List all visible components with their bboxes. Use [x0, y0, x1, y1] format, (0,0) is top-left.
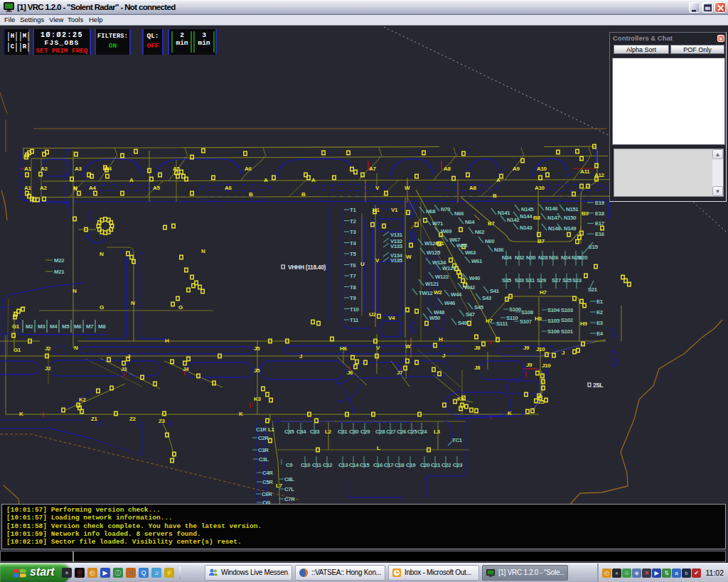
svg-text:C20: C20 [420, 462, 430, 468]
svg-text:A: A [311, 177, 316, 183]
svg-text:E15: E15 [589, 244, 599, 250]
svg-text:S107: S107 [520, 318, 532, 325]
svg-text:H: H [165, 338, 169, 344]
svg-text:N144: N144 [520, 213, 532, 220]
svg-text:E3: E3 [596, 320, 604, 326]
svg-text:L: L [377, 445, 380, 451]
svg-text:C33: C33 [310, 429, 320, 435]
svg-text:J8: J8 [474, 345, 481, 351]
svg-text:C12: C12 [323, 462, 333, 468]
svg-text:M8: M8 [98, 323, 106, 330]
svg-text:W122: W122 [435, 274, 449, 280]
svg-text:L7: L7 [276, 483, 283, 489]
svg-text:Z1: Z1 [91, 416, 98, 422]
svg-text:V131: V131 [390, 232, 403, 238]
svg-text:E19: E19 [595, 200, 605, 206]
svg-text:S111: S111 [496, 320, 508, 327]
svg-text:L2: L2 [325, 429, 332, 435]
svg-text:A: A [496, 177, 500, 183]
svg-text:C13: C13 [338, 462, 348, 468]
svg-text:T1: T1 [350, 207, 356, 213]
svg-text:A: A [129, 177, 134, 183]
svg-text:S45: S45 [474, 304, 484, 311]
svg-text:A1: A1 [24, 166, 31, 172]
svg-text:N: N [74, 345, 78, 351]
svg-text:A2: A2 [40, 185, 47, 191]
svg-text:V135: V135 [390, 257, 403, 264]
svg-text:H7: H7 [540, 289, 547, 296]
svg-text:C2R: C2R [258, 435, 269, 441]
svg-text:J2: J2 [45, 345, 51, 352]
svg-text:M3: M3 [38, 323, 46, 330]
svg-text:S25: S25 [562, 277, 572, 284]
svg-text:C34: C34 [296, 429, 306, 435]
svg-text:J9: J9 [526, 362, 532, 368]
svg-text:A4: A4 [105, 166, 112, 172]
svg-text:K: K [19, 411, 23, 417]
svg-text:C19: C19 [406, 462, 416, 468]
svg-text:M7: M7 [86, 323, 93, 330]
svg-text:N20: N20 [578, 254, 588, 261]
svg-text:E18: E18 [595, 210, 605, 217]
svg-text:C25: C25 [407, 429, 417, 435]
svg-text:W50: W50 [429, 315, 441, 321]
svg-text:VHHH (118.40): VHHH (118.40) [288, 264, 326, 271]
svg-text:W40: W40 [469, 275, 481, 281]
svg-text:G: G [178, 304, 183, 311]
svg-text:W71: W71 [432, 220, 444, 227]
svg-text:C7R: C7R [284, 496, 295, 502]
svg-text:Z2: Z2 [129, 416, 136, 422]
svg-text:W: W [406, 254, 412, 260]
svg-text:C1R: C1R [256, 426, 267, 433]
svg-text:B7: B7 [537, 238, 545, 244]
svg-text:V133: V133 [390, 243, 403, 249]
svg-text:C11: C11 [312, 462, 322, 468]
svg-text:W121: W121 [425, 281, 439, 287]
svg-text:J2: J2 [45, 365, 51, 372]
svg-text:S43: S43 [482, 295, 492, 301]
svg-text:E17: E17 [595, 220, 604, 227]
svg-text:J4: J4 [183, 366, 189, 372]
svg-text:B: B [493, 193, 497, 199]
svg-text:W1: W1 [436, 240, 444, 247]
svg-text:A6: A6 [225, 185, 232, 191]
svg-text:N64: N64 [465, 219, 475, 225]
svg-text:M6: M6 [74, 323, 82, 330]
svg-text:G1: G1 [14, 347, 21, 353]
svg-text:H6: H6 [340, 345, 347, 352]
svg-text:C3L: C3L [259, 456, 269, 463]
svg-text:N28: N28 [538, 254, 548, 261]
svg-text:C3R: C3R [258, 447, 269, 453]
svg-text:C30: C30 [349, 429, 359, 435]
svg-text:N66: N66 [454, 210, 464, 217]
svg-text:B: B [301, 191, 306, 198]
svg-text:W123: W123 [442, 265, 456, 271]
svg-text:S23: S23 [572, 277, 582, 284]
svg-text:T7: T7 [350, 273, 355, 279]
svg-text:H9: H9 [580, 320, 587, 327]
svg-text:C26: C26 [397, 429, 407, 435]
svg-text:S108: S108 [521, 309, 534, 316]
svg-text:N150: N150 [564, 215, 577, 221]
svg-text:A4: A4 [89, 185, 96, 191]
svg-text:M4: M4 [50, 323, 58, 330]
svg-text:N145: N145 [521, 206, 534, 212]
svg-text:A10: A10 [535, 185, 545, 191]
svg-text:N62: N62 [475, 229, 485, 235]
svg-text:C24: C24 [417, 429, 427, 435]
svg-text:T5: T5 [350, 251, 356, 257]
svg-text:N36: N36 [494, 247, 504, 253]
svg-text:N30: N30 [526, 254, 536, 261]
svg-text:N147: N147 [547, 215, 560, 221]
svg-text:A11: A11 [580, 168, 590, 175]
svg-text:L3: L3 [434, 429, 441, 435]
svg-text:V4: V4 [388, 315, 395, 321]
svg-text:N143: N143 [520, 225, 532, 231]
svg-text:U1: U1 [373, 207, 380, 213]
svg-text:H8: H8 [535, 316, 542, 322]
svg-text:C18: C18 [395, 462, 405, 468]
svg-text:T9: T9 [350, 295, 356, 301]
svg-text:A5: A5 [153, 185, 160, 191]
svg-text:S105: S105 [547, 318, 560, 324]
svg-text:E16: E16 [595, 231, 605, 237]
